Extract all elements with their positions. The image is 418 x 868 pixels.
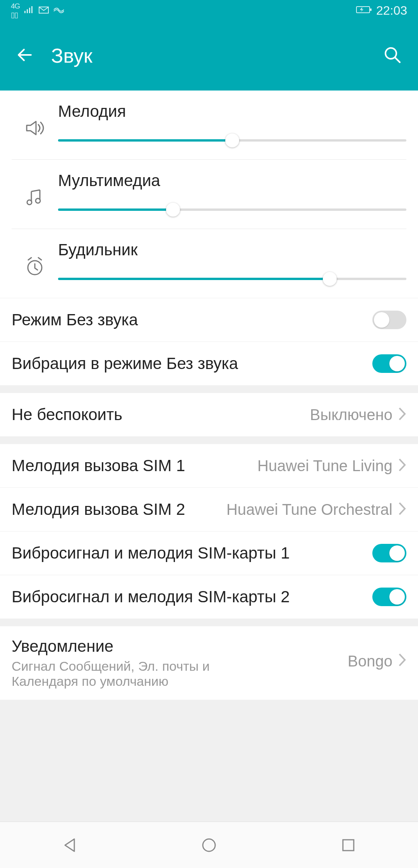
vibro-sim2-toggle[interactable]: [372, 588, 406, 606]
vibro-sim1-row[interactable]: Вибросигнал и мелодия SIM-карты 1: [0, 531, 418, 575]
chevron-right-icon: [397, 637, 406, 669]
ringtone-slider-row: Мелодия: [12, 91, 406, 159]
sync-icon: [53, 5, 65, 17]
nav-home-button[interactable]: [197, 834, 221, 857]
network-icon: 4G▯▯: [11, 2, 20, 19]
silent-mode-row[interactable]: Режим Без звука: [0, 298, 418, 342]
sim2-ringtone-value: Huawei Tune Orchestral: [226, 501, 392, 518]
svg-point-4: [27, 200, 32, 205]
svg-rect-8: [343, 840, 354, 851]
ringtone-slider-label: Мелодия: [58, 102, 406, 121]
vibro-sim2-label: Вибросигнал и мелодия SIM-карты 2: [12, 588, 372, 606]
vibro-sim1-label: Вибросигнал и мелодия SIM-карты 1: [12, 544, 372, 562]
sim2-ringtone-row[interactable]: Мелодия вызова SIM 2 Huawei Tune Orchest…: [0, 487, 418, 531]
svg-point-5: [36, 198, 40, 203]
notification-label: Уведомление: [12, 637, 348, 656]
nav-back-button[interactable]: [58, 834, 81, 857]
navigation-bar: [0, 822, 418, 868]
sim1-ringtone-row[interactable]: Мелодия вызова SIM 1 Huawei Tune Living: [0, 444, 418, 487]
sim1-ringtone-label: Мелодия вызова SIM 1: [12, 456, 257, 475]
silent-mode-label: Режим Без звука: [12, 311, 372, 329]
back-button[interactable]: [15, 45, 36, 67]
alarm-icon: [12, 241, 58, 277]
alarm-slider-label: Будильник: [58, 241, 406, 259]
status-bar: 4G▯▯ 22:03: [0, 0, 418, 21]
speaker-icon: [12, 102, 58, 138]
alarm-slider[interactable]: [58, 273, 406, 285]
dnd-label: Не беспокоить: [12, 405, 310, 424]
status-left: 4G▯▯: [11, 2, 65, 19]
dnd-row[interactable]: Не беспокоить Выключено: [0, 393, 418, 436]
vibro-sim2-row[interactable]: Вибросигнал и мелодия SIM-карты 2: [0, 575, 418, 619]
section-divider: [0, 385, 418, 393]
notification-value: Bongo: [348, 637, 392, 670]
chevron-right-icon: [397, 501, 406, 518]
notification-row[interactable]: Уведомление Сигнал Сообщений, Эл. почты …: [0, 626, 418, 700]
sim1-ringtone-value: Huawei Tune Living: [257, 457, 392, 475]
alarm-slider-row: Будильник: [12, 229, 406, 298]
notification-sub: Сигнал Сообщений, Эл. почты и Календаря …: [12, 659, 228, 689]
header: Звук: [0, 21, 418, 91]
ringtone-slider[interactable]: [58, 135, 406, 146]
svg-point-7: [203, 839, 215, 851]
sim2-ringtone-label: Мелодия вызова SIM 2: [12, 500, 226, 519]
section-divider: [0, 436, 418, 444]
dnd-value: Выключено: [310, 406, 392, 424]
vibrate-silent-toggle[interactable]: [372, 354, 406, 373]
signal-icon: [24, 5, 34, 17]
media-slider[interactable]: [58, 204, 406, 215]
volume-sliders-section: Мелодия Мультимедиа: [0, 91, 418, 385]
battery-icon: [356, 5, 372, 17]
media-slider-row: Мультимедиа: [12, 159, 406, 229]
svg-rect-2: [370, 9, 372, 11]
nav-recent-button[interactable]: [337, 834, 360, 857]
status-time: 22:03: [376, 3, 407, 18]
mail-icon: [38, 5, 49, 17]
section-divider: [0, 619, 418, 626]
page-title: Звук: [51, 44, 382, 67]
vibro-sim1-toggle[interactable]: [372, 544, 406, 562]
silent-mode-toggle[interactable]: [372, 311, 406, 329]
media-slider-label: Мультимедиа: [58, 171, 406, 190]
search-button[interactable]: [382, 45, 403, 67]
chevron-right-icon: [397, 458, 406, 474]
music-icon: [12, 171, 58, 208]
vibrate-silent-label: Вибрация в режиме Без звука: [12, 354, 372, 373]
chevron-right-icon: [397, 407, 406, 423]
vibrate-silent-row[interactable]: Вибрация в режиме Без звука: [0, 342, 418, 385]
status-right: 22:03: [356, 3, 407, 18]
